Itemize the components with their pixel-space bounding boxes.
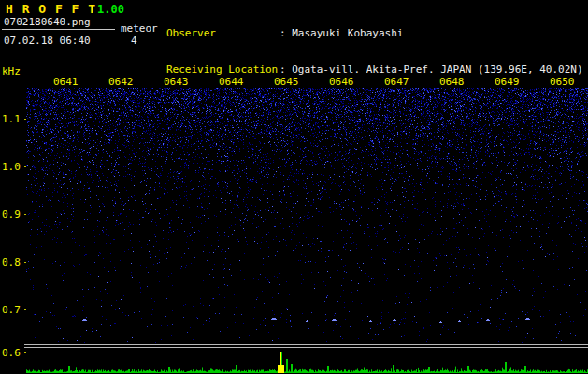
- hrofft-output-window: H R O F F T 1.00 0702180640.png meteor 0…: [0, 0, 588, 374]
- datetime-label: 07.02.18 06:40: [4, 35, 91, 47]
- info-row-location: Receiving Location: Ogata-vill. Akita-Pr…: [166, 64, 583, 76]
- spectrogram-canvas: [26, 88, 588, 343]
- meteor-count: 4: [131, 35, 137, 47]
- time-label-0646: 0646: [329, 76, 354, 88]
- time-label-0643: 0643: [164, 76, 189, 88]
- time-label-0647: 0647: [384, 76, 409, 88]
- freq-label-1.1: 1.1: [2, 113, 21, 125]
- app-title: H R O F F T: [6, 2, 96, 16]
- info-label: Receiving Location: [166, 64, 280, 76]
- time-label-0649: 0649: [495, 76, 520, 88]
- separator-line-top: [24, 344, 588, 345]
- output-filename: 0702180640.png: [4, 16, 91, 28]
- time-label-0645: 0645: [274, 76, 299, 88]
- signal-level-canvas: [26, 349, 588, 373]
- time-label-0642: 0642: [108, 76, 134, 88]
- freq-label-1.0: 1.0: [2, 161, 21, 173]
- info-value: : Ogata-vill. Akita-Pref. JAPAN (139.96E…: [280, 64, 583, 76]
- time-label-0641: 0641: [53, 76, 79, 88]
- time-label-0644: 0644: [219, 76, 244, 88]
- freq-label-0.6: 0.6: [2, 347, 21, 359]
- info-value: : Masayuki Kobayashi: [280, 27, 403, 39]
- info-row-observer: Observer: Masayuki Kobayashi: [166, 27, 583, 39]
- freq-unit-label: kHz: [2, 65, 21, 78]
- freq-label-0.8: 0.8: [2, 256, 21, 268]
- filename-underline: [2, 29, 115, 30]
- time-label-0650: 0650: [550, 76, 575, 88]
- freq-label-0.9: 0.9: [2, 209, 21, 221]
- info-label: Observer: [166, 27, 280, 39]
- time-label-0648: 0648: [439, 76, 465, 88]
- mode-label: meteor: [121, 22, 158, 35]
- app-version: 1.00: [97, 3, 124, 16]
- separator-line-bottom: [24, 347, 588, 348]
- freq-label-0.7: 0.7: [2, 304, 21, 316]
